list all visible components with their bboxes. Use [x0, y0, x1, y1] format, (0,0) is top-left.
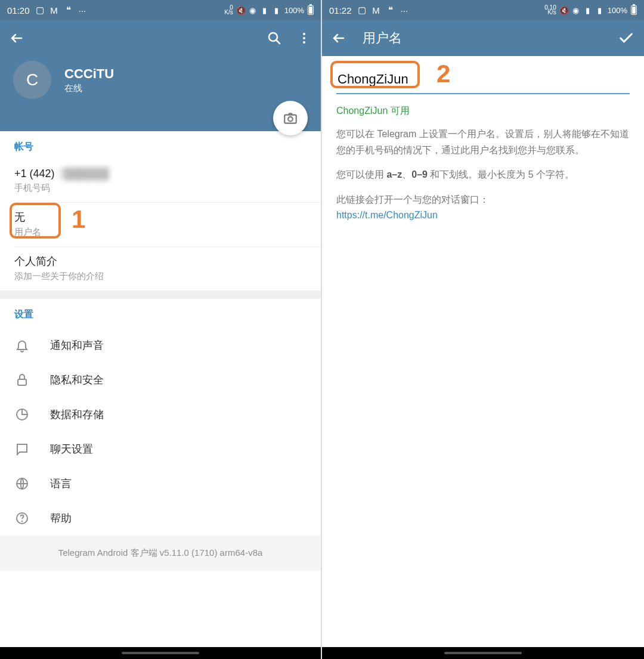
username-input[interactable]: [336, 68, 630, 94]
settings-notifications[interactable]: 通知和声音: [0, 328, 321, 363]
avatar[interactable]: C: [13, 61, 51, 99]
help-icon: [14, 511, 30, 526]
avatar-initial: C: [26, 70, 38, 89]
username-label: 用户名: [14, 227, 306, 238]
settings-item-label: 语言: [50, 477, 72, 491]
battery-icon: [308, 5, 314, 15]
net-speed: 0 K/s: [224, 5, 233, 15]
bio-title: 个人简介: [14, 254, 306, 268]
callout-number-2: 2: [436, 60, 450, 88]
settings-screen: 01:20 ▢ M ❝ ··· 0 K/s 🔇 ◉ ▮ ▮ 100% C: [0, 0, 322, 659]
confirm-button[interactable]: [618, 30, 634, 47]
status-time: 01:20: [7, 5, 30, 16]
battery-percent: 100%: [284, 6, 304, 15]
settings-item-label: 通知和声音: [50, 338, 104, 352]
bio-hint: 添加一些关于你的介绍: [14, 271, 306, 282]
username-edit-screen: 01:22 ▢ M ❝ ··· 0.10 K/s 🔇 ◉ ▮ ▮ 100% 用户…: [322, 0, 644, 659]
settings-help[interactable]: 帮助: [0, 501, 321, 536]
profile-status: 在线: [64, 83, 114, 94]
status-bar: 01:20 ▢ M ❝ ··· 0 K/s 🔇 ◉ ▮ ▮ 100%: [0, 0, 321, 20]
back-button[interactable]: [10, 31, 24, 45]
info-paragraph-2: 您可以使用 a–z、0–9 和下划线。最小长度为 5 个字符。: [336, 166, 630, 182]
profile-name: CCCiTU: [64, 66, 114, 82]
username-value: 无: [14, 210, 306, 224]
settings-data[interactable]: 数据和存储: [0, 397, 321, 432]
status-time: 01:22: [329, 5, 352, 16]
pie-icon: [14, 407, 30, 422]
callout-number-1: 1: [72, 205, 85, 234]
signal2-icon: ▮: [596, 6, 604, 14]
app-bar: 用户名: [322, 20, 644, 56]
search-button[interactable]: [267, 31, 281, 45]
phone-row[interactable]: +1 (442) 2██████ 手机号码: [0, 160, 321, 202]
signal-icon: ▮: [584, 6, 592, 14]
signal2-icon: ▮: [273, 6, 281, 14]
more-indicator: ···: [401, 5, 408, 16]
image-icon: ▢: [358, 6, 366, 14]
android-nav-bar: [322, 647, 644, 659]
profile-header: C CCCiTU 在线: [0, 56, 321, 131]
svg-rect-6: [18, 379, 26, 385]
globe-icon: [14, 476, 30, 491]
change-photo-button[interactable]: [273, 101, 308, 135]
mute-icon: 🔇: [237, 6, 245, 14]
account-section-title: 帐号: [0, 131, 321, 160]
app-bar: [0, 20, 321, 56]
net-speed: 0.10 K/s: [544, 5, 556, 15]
battery-icon: [631, 5, 637, 15]
screen-title: 用户名: [363, 29, 402, 47]
svg-point-10: [22, 521, 23, 522]
android-nav-bar: [0, 647, 321, 659]
svg-point-3: [303, 41, 305, 44]
settings-item-label: 数据和存储: [50, 407, 104, 422]
svg-point-1: [303, 33, 305, 35]
username-available: ChongZiJun 可用: [336, 105, 630, 117]
settings-chat[interactable]: 聊天设置: [0, 432, 321, 466]
svg-point-2: [303, 37, 305, 39]
settings-section-title: 设置: [0, 299, 321, 328]
mail-icon: M: [372, 6, 380, 14]
battery-percent: 100%: [608, 6, 627, 15]
more-menu-button[interactable]: [297, 31, 311, 45]
svg-rect-4: [284, 115, 296, 123]
lock-icon: [14, 372, 30, 388]
wifi-icon: ◉: [572, 6, 580, 14]
bell-icon: [14, 338, 30, 353]
svg-point-5: [288, 117, 293, 122]
mute-icon: 🔇: [560, 6, 568, 14]
image-icon: ▢: [36, 6, 44, 14]
wifi-icon: ◉: [249, 6, 257, 14]
settings-language[interactable]: 语言: [0, 466, 321, 501]
info-paragraph-3: 此链接会打开一个与您的对话窗口：: [336, 191, 630, 208]
chat-icon: [14, 441, 30, 457]
status-bar: 01:22 ▢ M ❝ ··· 0.10 K/s 🔇 ◉ ▮ ▮ 100%: [322, 0, 644, 20]
version-footer: Telegram Android 客户端 v5.11.0 (1710) arm6…: [0, 536, 321, 571]
phone-label: 手机号码: [14, 182, 306, 194]
phone-value: +1 (442) 2██████: [14, 168, 306, 180]
hangouts-icon: ❝: [64, 6, 73, 14]
settings-item-label: 帮助: [50, 511, 72, 525]
settings-item-label: 隐私和安全: [50, 373, 104, 387]
mail-icon: M: [50, 6, 58, 14]
username-link[interactable]: https://t.me/ChongZiJun: [336, 210, 630, 221]
section-gap: [0, 290, 321, 299]
info-paragraph-1: 您可以在 Telegram 上设置一个用户名。设置后，别人将能够在不知道您的手机…: [336, 126, 630, 158]
back-button[interactable]: [332, 31, 346, 45]
settings-privacy[interactable]: 隐私和安全: [0, 363, 321, 397]
bio-row[interactable]: 个人简介 添加一些关于你的介绍: [0, 247, 321, 290]
hangouts-icon: ❝: [386, 6, 395, 14]
username-row[interactable]: 无 用户名: [0, 203, 321, 246]
signal-icon: ▮: [261, 6, 269, 14]
more-indicator: ···: [79, 5, 86, 16]
settings-item-label: 聊天设置: [50, 442, 93, 456]
